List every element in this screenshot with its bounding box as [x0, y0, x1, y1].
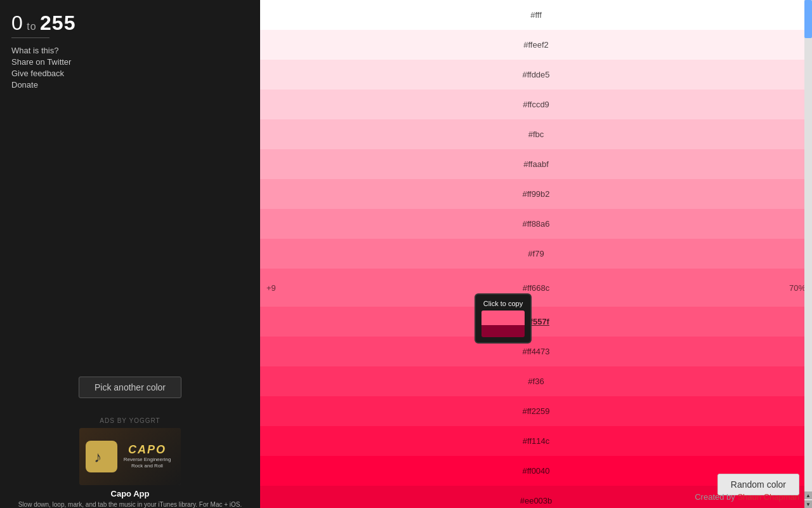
color-swatch-14[interactable]: #ff114c [260, 426, 812, 456]
swatch-label-15: #ff0040 [522, 466, 549, 476]
color-swatch-13[interactable]: #ff2259 [260, 396, 812, 426]
color-swatch-8[interactable]: #f79 [260, 239, 812, 269]
ads-section: ADS BY YOGGRT ♪ CAPO Reverse Engineering… [11, 417, 249, 508]
footer: Created by Shaun Chapman [695, 492, 799, 502]
swatch-label-12: #f36 [528, 377, 544, 386]
color-swatch-10[interactable]: #ff557f [260, 307, 812, 337]
color-swatch-11[interactable]: #ff4473 [260, 337, 812, 366]
swatch-label-16: #ee003b [520, 496, 553, 505]
swatch-label-7: #ff88a6 [522, 219, 549, 229]
pick-btn-area: Pick another color [11, 364, 249, 417]
swatch-label-13: #ff2259 [522, 406, 549, 416]
nav-links: What is this? Share on Twitter Give feed… [11, 46, 249, 90]
nav-what-is-this[interactable]: What is this? [11, 46, 249, 55]
color-swatch-6[interactable]: #ff99b2 [260, 179, 812, 209]
ad-logo-icon: ♪ [86, 441, 117, 472]
color-swatch-9[interactable]: +9#ff668c70% [260, 269, 812, 307]
music-note-icon: ♪ [92, 447, 111, 466]
color-swatch-2[interactable]: #ffdde5 [260, 60, 812, 90]
tooltip-popup: Click to copy [475, 293, 532, 344]
swatch-label-3: #ffccd9 [523, 100, 549, 109]
color-swatch-4[interactable]: #fbc [260, 119, 812, 149]
svg-text:♪: ♪ [94, 448, 102, 465]
tooltip-swatch-top [481, 311, 525, 325]
swatch-label-0: #fff [530, 10, 542, 20]
swatch-left-label: +9 [266, 283, 276, 293]
ad-inner: ♪ CAPO Reverse Engineering Rock and Roll [79, 428, 181, 485]
swatch-label-8: #f79 [528, 249, 544, 258]
main-color-area: #fff#ffeef2#ffdde5#ffccd9#fbc#ffaabf#ff9… [260, 0, 812, 508]
logo-divider [11, 37, 49, 38]
nav-share-twitter[interactable]: Share on Twitter [11, 57, 249, 67]
color-swatch-0[interactable]: #fff [260, 0, 812, 30]
logo-zero: 0 [11, 11, 23, 34]
logo[interactable]: 0 to 255 [11, 11, 249, 35]
logo-to: to [23, 21, 40, 32]
ad-brand: CAPO [119, 443, 176, 457]
swatch-pct: 70% [789, 283, 806, 293]
nav-donate[interactable]: Donate [11, 80, 249, 90]
swatch-label-1: #ffeef2 [523, 40, 549, 50]
tooltip-swatch[interactable] [481, 311, 525, 337]
ad-box[interactable]: ♪ CAPO Reverse Engineering Rock and Roll [79, 428, 181, 485]
sidebar: 0 to 255 What is this? Share on Twitter … [0, 0, 260, 508]
logo-255: 255 [40, 11, 75, 34]
footer-author-link[interactable]: Shaun Chapman [737, 492, 799, 502]
tooltip-label: Click to copy [481, 300, 525, 307]
swatch-label-4: #fbc [528, 130, 544, 139]
ad-app-name: Capo App [11, 489, 249, 498]
scrollbar-up-arrow[interactable]: ▲ [804, 491, 812, 499]
color-swatch-5[interactable]: #ffaabf [260, 149, 812, 179]
color-swatch-3[interactable]: #ffccd9 [260, 90, 812, 119]
ad-subtitle: Reverse Engineering Rock and Roll [119, 457, 176, 470]
swatch-label-9: #ff668c [523, 283, 549, 293]
swatch-label-5: #ffaabf [523, 159, 549, 169]
swatch-label-6: #ff99b2 [522, 189, 549, 199]
swatch-label-14: #ff114c [523, 436, 549, 446]
pick-another-color-button[interactable]: Pick another color [79, 377, 181, 398]
color-swatch-7[interactable]: #ff88a6 [260, 209, 812, 239]
scrollbar-thumb[interactable] [804, 0, 812, 38]
swatch-label-11: #ff4473 [522, 347, 549, 356]
ad-app-desc: Slow down, loop, mark, and tab the music… [11, 500, 249, 508]
scrollbar-down-arrow[interactable]: ▼ [804, 500, 812, 508]
tooltip-swatch-bottom [481, 325, 525, 337]
ads-label: ADS BY YOGGRT [11, 417, 249, 424]
ad-text-area: CAPO Reverse Engineering Rock and Roll [119, 443, 176, 470]
swatch-label-2: #ffdde5 [522, 70, 549, 79]
color-swatch-1[interactable]: #ffeef2 [260, 30, 812, 60]
color-swatch-12[interactable]: #f36 [260, 366, 812, 396]
scrollbar-track[interactable]: ▲ ▼ [804, 0, 812, 508]
footer-created-by: Created by [695, 492, 735, 502]
logo-area: 0 to 255 What is this? Share on Twitter … [11, 11, 249, 90]
nav-give-feedback[interactable]: Give feedback [11, 69, 249, 78]
